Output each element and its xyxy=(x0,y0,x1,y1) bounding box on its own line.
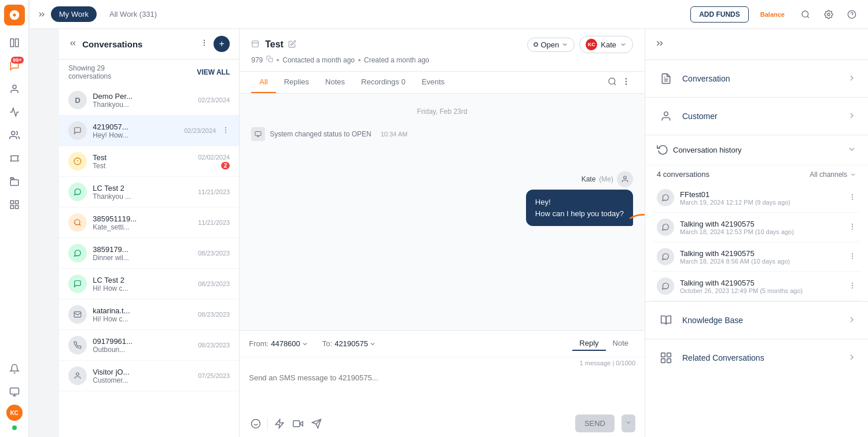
all-work-tab[interactable]: All Work (331) xyxy=(101,6,165,22)
add-conversation-button[interactable]: + xyxy=(214,36,230,52)
conv-name: Visitor jO... xyxy=(93,368,192,376)
tab-events[interactable]: Events xyxy=(414,72,453,93)
status-badge[interactable]: Open xyxy=(527,38,575,52)
avatar xyxy=(68,336,87,354)
history-item-name: Talking with 42190575 xyxy=(680,249,843,258)
all-channels-dropdown[interactable]: All channels xyxy=(810,171,856,179)
reports-icon[interactable] xyxy=(4,102,25,123)
contacted-ago: Contacted a month ago xyxy=(282,56,355,64)
settings-icon[interactable] xyxy=(4,194,25,215)
message-avatar xyxy=(617,171,633,187)
note-tab[interactable]: Note xyxy=(606,336,635,351)
svg-rect-33 xyxy=(269,58,273,62)
svg-rect-9 xyxy=(10,206,13,209)
meta-separator xyxy=(277,59,279,61)
history-item[interactable]: FFtest01 March 19, 2024 12:12 PM (9 days… xyxy=(652,183,861,213)
history-item-more[interactable] xyxy=(848,282,856,291)
sidebar-toggle[interactable] xyxy=(4,32,25,53)
user-profile-icon[interactable] xyxy=(4,382,25,402)
history-item[interactable]: Talking with 42190575 March 18, 2024 8:5… xyxy=(652,242,861,272)
system-msg-time: 10:34 AM xyxy=(381,131,407,138)
to-value[interactable]: 42190575 xyxy=(334,339,376,348)
svg-point-56 xyxy=(852,197,852,197)
svg-point-23 xyxy=(226,132,226,132)
sidebar-collapse-button[interactable] xyxy=(68,39,78,50)
search-nav-button[interactable] xyxy=(796,5,815,24)
message-input[interactable] xyxy=(249,373,635,408)
list-item[interactable]: 4219057... Hey! How... 02/23/2024 xyxy=(59,116,239,146)
reply-tab[interactable]: Reply xyxy=(572,336,605,351)
conv-name: Test xyxy=(93,153,192,162)
conv-preview: Customer... xyxy=(93,376,192,384)
balance-area: Balance xyxy=(753,11,792,18)
app-logo[interactable] xyxy=(4,5,25,25)
view-all-link[interactable]: VIEW ALL xyxy=(197,68,230,76)
svg-marker-48 xyxy=(300,421,303,426)
knowledge-base-row[interactable]: Knowledge Base xyxy=(645,302,868,339)
history-icon[interactable] xyxy=(4,171,25,192)
agent-badge[interactable]: KC Kate xyxy=(579,36,633,53)
svg-point-34 xyxy=(609,78,615,84)
settings-nav-button[interactable] xyxy=(819,5,838,24)
history-header[interactable]: Conversation history xyxy=(645,135,868,165)
conversation-row[interactable]: Conversation xyxy=(645,60,868,97)
list-item[interactable]: D Demo Per... Thankyou... 02/23/2024 xyxy=(59,85,239,116)
history-item[interactable]: Talking with 42190575 March 18, 2024 12:… xyxy=(652,213,861,242)
sidebar-options-button[interactable] xyxy=(197,36,211,50)
list-item[interactable]: LC Test 2 Hi! How c... 08/23/2023 xyxy=(59,269,239,299)
customer-row[interactable]: Customer xyxy=(645,98,868,135)
tab-recordings[interactable]: Recordings 0 xyxy=(353,72,414,93)
emoji-icon[interactable] xyxy=(249,417,263,431)
send-plane-icon[interactable] xyxy=(310,417,323,431)
lightning-icon[interactable] xyxy=(273,417,286,431)
notifications-icon[interactable] xyxy=(4,358,25,379)
knowledge-base-label: Knowledge Base xyxy=(682,316,847,325)
chat-more-icon[interactable] xyxy=(619,75,633,90)
list-item[interactable]: 3859511​19... Kate_setti... 11/21/2023 xyxy=(59,208,239,238)
tab-replies[interactable]: Replies xyxy=(276,72,317,93)
send-more-button[interactable] xyxy=(621,414,635,432)
avatar: D xyxy=(68,91,87,109)
contacts-icon[interactable] xyxy=(4,79,25,99)
edit-title-icon[interactable] xyxy=(288,40,296,50)
list-item[interactable]: 3859179... Dinner wil... 08/23/2023 xyxy=(59,238,239,269)
list-item[interactable]: LC Test 2 Thankyou ... 11/21/2023 xyxy=(59,177,239,208)
history-item[interactable]: Talking with 42190575 October 26, 2023 1… xyxy=(652,272,861,301)
conv-preview: Test xyxy=(93,162,192,170)
conversations-icon[interactable]: 99+ xyxy=(4,55,25,76)
conv-name: LC Test 2 xyxy=(93,184,192,192)
svg-point-15 xyxy=(827,13,830,16)
history-item-more[interactable] xyxy=(848,223,856,232)
list-item[interactable]: katarina.t... Hi! How c... 08/23/2023 xyxy=(59,299,239,330)
tab-all[interactable]: All xyxy=(251,72,275,93)
history-list: FFtest01 March 19, 2024 12:12 PM (9 days… xyxy=(645,183,868,301)
conv-preview: Hi! How c... xyxy=(93,284,192,292)
history-item-more[interactable] xyxy=(848,193,856,203)
related-label: Related Conversations xyxy=(682,353,847,362)
help-nav-button[interactable] xyxy=(843,5,861,24)
chat-search-icon[interactable] xyxy=(605,75,619,90)
nav-more-button[interactable] xyxy=(37,10,46,19)
user-avatar[interactable]: KC xyxy=(6,405,23,421)
meta-separator xyxy=(358,59,361,61)
video-icon[interactable] xyxy=(291,417,305,431)
collapse-panel-icon[interactable] xyxy=(654,38,665,50)
list-item[interactable]: 09179961... Outboun... 08/23/2023 xyxy=(59,330,239,361)
svg-point-20 xyxy=(204,45,205,46)
arrow-indicator xyxy=(627,207,645,232)
from-value[interactable]: 4478600 xyxy=(271,339,308,348)
list-item[interactable]: Test Test 02/02/2024 2 xyxy=(59,146,239,177)
history-item-more[interactable] xyxy=(848,252,856,262)
sender-me: (Me) xyxy=(599,175,613,183)
copy-icon[interactable] xyxy=(266,55,273,64)
add-funds-button[interactable]: ADD FUNDS xyxy=(690,6,749,23)
agent-avatar: KC xyxy=(586,39,597,50)
conv-more-button[interactable] xyxy=(222,126,230,136)
send-button[interactable]: SEND xyxy=(575,414,615,432)
list-item[interactable]: Visitor jO... Customer... 07/25/2023 xyxy=(59,361,239,391)
inbox-icon[interactable] xyxy=(4,148,25,169)
tab-notes[interactable]: Notes xyxy=(317,72,353,93)
related-conversations-row[interactable]: Related Conversations xyxy=(645,339,868,376)
team-icon[interactable] xyxy=(4,125,25,146)
my-work-tab[interactable]: My Work xyxy=(51,6,97,22)
